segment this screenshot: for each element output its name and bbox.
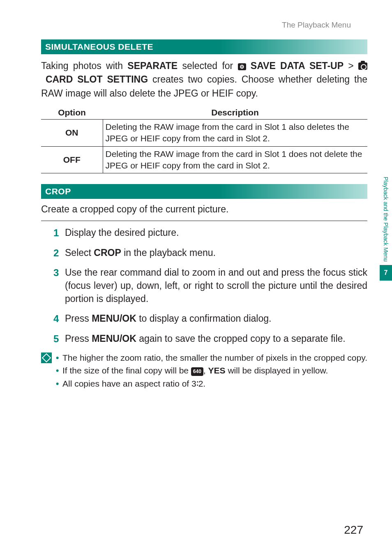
step-number: 2 xyxy=(53,246,59,260)
note-icon xyxy=(41,353,52,363)
step-4: 4Press MENU/OK to display a confirmation… xyxy=(53,312,367,325)
opt-on: ON xyxy=(41,120,103,147)
section-heading-simultaneous-delete: SIMULTANEOUS DELETE xyxy=(41,39,367,54)
step-text: Use the rear command dial to zoom in and… xyxy=(65,267,367,304)
step-number: 1 xyxy=(53,226,59,240)
section-heading-crop: CROP xyxy=(41,184,367,199)
bold-yes: YES xyxy=(208,366,226,375)
desc-off: Deleting the RAW image from the card in … xyxy=(103,146,367,173)
step-number: 4 xyxy=(53,312,59,326)
step-text: Display the desired picture. xyxy=(65,227,179,238)
bold-crop: CROP xyxy=(94,247,121,258)
step-2: 2Select CROP in the playback menu. xyxy=(53,246,367,259)
text: to display a confirmation dialog. xyxy=(136,313,272,324)
bold-menu-ok: MENU/OK xyxy=(92,333,136,344)
text: If the size of the final copy will be xyxy=(62,366,191,375)
text: again to save the cropped copy to a sepa… xyxy=(136,333,346,344)
text: will be displayed in yellow. xyxy=(226,366,328,375)
note-3: All copies have an aspect ratio of 3∶2. xyxy=(56,378,367,389)
text: Press xyxy=(65,313,92,324)
text: Press xyxy=(65,333,92,344)
size-badge-icon: 640 xyxy=(191,367,203,376)
crop-steps: 1Display the desired picture. 2Select CR… xyxy=(41,226,367,345)
bold-card-slot: CARD SLOT SETTING xyxy=(46,74,148,85)
text: in the playback menu. xyxy=(121,247,216,258)
step-number: 5 xyxy=(53,332,59,346)
note-2: If the size of the final copy will be 64… xyxy=(56,364,367,376)
breadcrumb-header: The Playback Menu xyxy=(41,21,367,30)
options-table: Option Description ON Deleting the RAW i… xyxy=(41,106,367,173)
col-description: Description xyxy=(103,106,367,120)
note-1: The higher the zoom ratio, the smaller t… xyxy=(56,352,367,364)
divider xyxy=(41,221,367,221)
text: , xyxy=(203,366,208,375)
bold-menu-ok: MENU/OK xyxy=(92,313,136,324)
table-row: OFF Deleting the RAW image from the card… xyxy=(41,146,367,173)
text: selected for xyxy=(178,60,238,71)
note-block: The higher the zoom ratio, the smaller t… xyxy=(41,352,367,390)
side-tab-chapter: 7 xyxy=(380,265,392,281)
step-1: 1Display the desired picture. xyxy=(53,226,367,239)
step-3: 3Use the rear command dial to zoom in an… xyxy=(53,266,367,306)
bold-separate: SEPARATE xyxy=(127,60,178,71)
desc-on: Deleting the RAW image from the card in … xyxy=(103,120,367,147)
text: Taking photos with xyxy=(41,60,127,71)
col-option: Option xyxy=(41,106,103,120)
wrench-icon: ⚙ xyxy=(238,63,246,70)
crop-intro: Create a cropped copy of the current pic… xyxy=(41,204,367,215)
opt-off: OFF xyxy=(41,146,103,173)
text: > xyxy=(344,60,358,71)
camera-icon xyxy=(358,62,367,70)
side-tab: Playback and the Playback Menu 7 xyxy=(380,177,392,281)
text: Select xyxy=(65,247,94,258)
step-5: 5Press MENU/OK again to save the cropped… xyxy=(53,332,367,345)
table-row: ON Deleting the RAW image from the card … xyxy=(41,120,367,147)
side-tab-label: Playback and the Playback Menu xyxy=(383,177,389,265)
page-number: 227 xyxy=(344,523,363,537)
section1-body: Taking photos with SEPARATE selected for… xyxy=(41,59,367,100)
bold-save-data: SAVE DATA SET-UP xyxy=(251,60,344,71)
step-number: 3 xyxy=(53,266,59,280)
